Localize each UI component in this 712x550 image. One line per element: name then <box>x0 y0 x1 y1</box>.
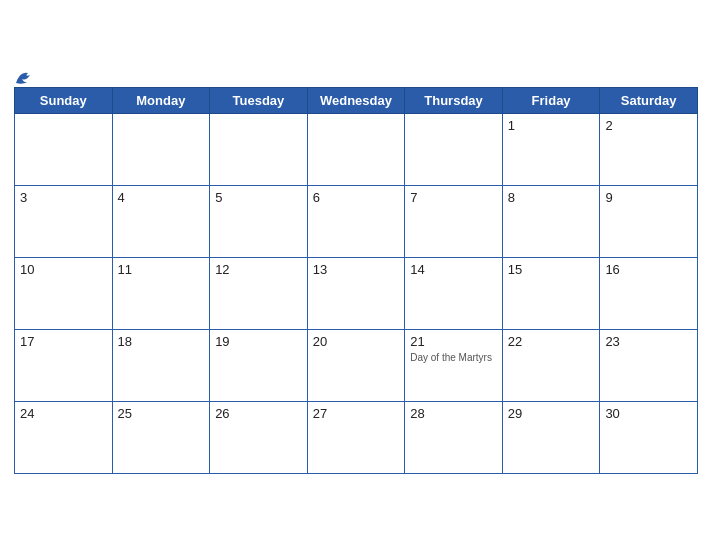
header-thursday: Thursday <box>405 87 503 113</box>
day-number: 22 <box>508 334 522 349</box>
calendar-cell <box>210 113 308 185</box>
calendar-cell: 10 <box>15 257 113 329</box>
calendar-cell: 18 <box>112 329 210 401</box>
calendar-cell: 8 <box>502 185 600 257</box>
header-saturday: Saturday <box>600 87 698 113</box>
calendar-cell: 15 <box>502 257 600 329</box>
day-number: 15 <box>508 262 522 277</box>
calendar-cell: 2 <box>600 113 698 185</box>
week-row-1: 12 <box>15 113 698 185</box>
calendar-cell: 3 <box>15 185 113 257</box>
calendar-cell: 7 <box>405 185 503 257</box>
day-number: 5 <box>215 190 222 205</box>
day-number: 8 <box>508 190 515 205</box>
day-number: 9 <box>605 190 612 205</box>
calendar-cell: 28 <box>405 401 503 473</box>
day-number: 1 <box>508 118 515 133</box>
calendar-cell: 27 <box>307 401 405 473</box>
week-row-3: 10111213141516 <box>15 257 698 329</box>
calendar-cell: 29 <box>502 401 600 473</box>
calendar-cell: 21Day of the Martyrs <box>405 329 503 401</box>
day-number: 21 <box>410 334 424 349</box>
calendar-cell: 12 <box>210 257 308 329</box>
day-number: 7 <box>410 190 417 205</box>
day-number: 19 <box>215 334 229 349</box>
header-sunday: Sunday <box>15 87 113 113</box>
day-number: 6 <box>313 190 320 205</box>
calendar-cell: 16 <box>600 257 698 329</box>
calendar-cell: 25 <box>112 401 210 473</box>
calendar-cell: 17 <box>15 329 113 401</box>
day-number: 27 <box>313 406 327 421</box>
header-wednesday: Wednesday <box>307 87 405 113</box>
day-number: 13 <box>313 262 327 277</box>
day-number: 18 <box>118 334 132 349</box>
day-number: 14 <box>410 262 424 277</box>
calendar-cell: 23 <box>600 329 698 401</box>
calendar-cell <box>15 113 113 185</box>
calendar-cell: 22 <box>502 329 600 401</box>
event-label: Day of the Martyrs <box>410 351 497 364</box>
week-row-4: 1718192021Day of the Martyrs2223 <box>15 329 698 401</box>
calendar-cell: 6 <box>307 185 405 257</box>
week-row-2: 3456789 <box>15 185 698 257</box>
calendar-cell <box>405 113 503 185</box>
week-row-5: 24252627282930 <box>15 401 698 473</box>
calendar-cell: 26 <box>210 401 308 473</box>
calendar-cell: 11 <box>112 257 210 329</box>
calendar-cell: 9 <box>600 185 698 257</box>
day-number: 11 <box>118 262 132 277</box>
day-number: 26 <box>215 406 229 421</box>
day-number: 28 <box>410 406 424 421</box>
day-number: 20 <box>313 334 327 349</box>
header-tuesday: Tuesday <box>210 87 308 113</box>
calendar-cell: 24 <box>15 401 113 473</box>
calendar-cell: 20 <box>307 329 405 401</box>
day-number: 25 <box>118 406 132 421</box>
logo <box>14 69 38 85</box>
calendar-cell: 13 <box>307 257 405 329</box>
day-number: 23 <box>605 334 619 349</box>
day-number: 3 <box>20 190 27 205</box>
logo-bird-icon <box>14 69 36 85</box>
calendar-cell: 1 <box>502 113 600 185</box>
calendar-table: Sunday Monday Tuesday Wednesday Thursday… <box>14 87 698 474</box>
weekday-header-row: Sunday Monday Tuesday Wednesday Thursday… <box>15 87 698 113</box>
calendar-cell: 19 <box>210 329 308 401</box>
calendar-cell: 30 <box>600 401 698 473</box>
calendar-cell <box>307 113 405 185</box>
calendar-cell <box>112 113 210 185</box>
header-monday: Monday <box>112 87 210 113</box>
day-number: 16 <box>605 262 619 277</box>
day-number: 17 <box>20 334 34 349</box>
day-number: 30 <box>605 406 619 421</box>
header-friday: Friday <box>502 87 600 113</box>
day-number: 2 <box>605 118 612 133</box>
calendar-cell: 5 <box>210 185 308 257</box>
day-number: 29 <box>508 406 522 421</box>
calendar-header <box>14 73 698 81</box>
calendar-cell: 4 <box>112 185 210 257</box>
calendar-container: Sunday Monday Tuesday Wednesday Thursday… <box>0 63 712 488</box>
day-number: 4 <box>118 190 125 205</box>
day-number: 24 <box>20 406 34 421</box>
day-number: 12 <box>215 262 229 277</box>
calendar-cell: 14 <box>405 257 503 329</box>
day-number: 10 <box>20 262 34 277</box>
